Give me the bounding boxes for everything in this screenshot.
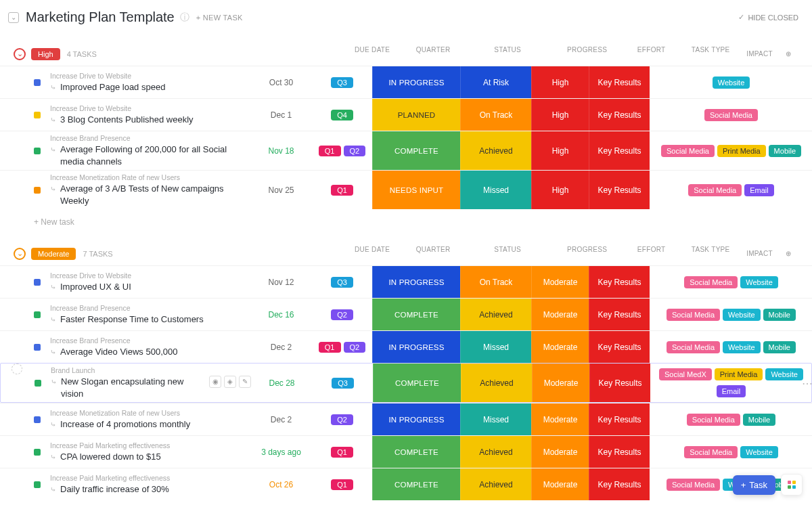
task-row[interactable]: Increase Brand Presence ⤷Faster Response…	[0, 298, 812, 330]
priority-badge[interactable]: High	[31, 48, 60, 60]
status-cell[interactable]: NEEDS INPUT	[372, 171, 460, 209]
tasktype-cell[interactable]: Key Results	[589, 99, 650, 131]
tasktype-cell[interactable]: Key Results	[589, 364, 650, 402]
group-toggle-button[interactable]: ⌄	[14, 248, 26, 260]
status-square-icon[interactable]	[34, 311, 41, 318]
status-cell[interactable]: IN PROGRESS	[372, 403, 460, 435]
quarter-tag[interactable]: Q1	[331, 447, 353, 458]
quarter-tag[interactable]: Q3	[331, 277, 353, 288]
task-name[interactable]: ⤷Average Following of 200,000 for all So…	[50, 144, 250, 167]
tasktype-cell[interactable]: Key Results	[589, 468, 650, 500]
progress-cell[interactable]: On Track	[460, 266, 531, 298]
quarter-cell[interactable]: Q1	[311, 436, 372, 468]
status-cell[interactable]: IN PROGRESS	[372, 266, 460, 298]
impact-tag[interactable]: Social MedX	[659, 368, 712, 380]
effort-cell[interactable]: Moderate	[531, 403, 589, 435]
task-name[interactable]: ⤷Improved Page load speed	[50, 81, 165, 93]
col-task-type[interactable]: TASK TYPE	[680, 46, 741, 62]
impact-tag[interactable]: Mobile	[769, 145, 801, 157]
impact-cell[interactable]: Social MedXPrint MediaWebsiteEmail	[650, 364, 811, 402]
impact-tag[interactable]: Social Media	[687, 414, 740, 426]
col-status[interactable]: STATUS	[464, 246, 551, 261]
progress-cell[interactable]: Achieved	[460, 436, 531, 468]
quarter-tag[interactable]: Q2	[331, 309, 353, 320]
impact-tag[interactable]: Social Media	[661, 145, 715, 157]
status-square-icon[interactable]	[34, 79, 41, 86]
status-square-icon[interactable]	[34, 279, 41, 286]
effort-cell[interactable]: Moderate	[531, 436, 589, 468]
col-due-date[interactable]: DUE DATE	[342, 246, 403, 261]
col-effort[interactable]: EFFORT	[623, 246, 680, 261]
new-task-row-button[interactable]: + New task	[0, 500, 812, 505]
progress-cell[interactable]: Missed	[460, 403, 531, 435]
impact-cell[interactable]: Social MediaWebsiteMobile	[650, 299, 812, 330]
col-quarter[interactable]: QUARTER	[403, 246, 464, 261]
impact-cell[interactable]: Social Media	[650, 99, 812, 131]
progress-cell[interactable]: Achieved	[460, 468, 531, 500]
impact-tag[interactable]: Social Media	[704, 109, 758, 121]
due-date-cell[interactable]: Dec 2	[250, 403, 311, 435]
hide-closed-button[interactable]: HIDE CLOSED	[738, 13, 798, 22]
quarter-tag[interactable]: Q2	[331, 414, 353, 425]
quarter-tag[interactable]: Q4	[331, 110, 353, 120]
impact-tag[interactable]: Mobile	[743, 414, 775, 426]
effort-cell[interactable]: Moderate	[531, 331, 589, 363]
impact-tag[interactable]: Social Media	[667, 309, 720, 321]
quarter-cell[interactable]: Q1	[311, 468, 372, 500]
quarter-tag[interactable]: Q3	[332, 378, 354, 389]
tasktype-cell[interactable]: Key Results	[589, 266, 650, 298]
quarter-tag[interactable]: Q1	[319, 146, 341, 156]
impact-tag[interactable]: Website	[723, 341, 761, 353]
tasktype-cell[interactable]: Key Results	[589, 131, 650, 170]
status-square-icon[interactable]	[34, 416, 41, 423]
due-date-cell[interactable]: Dec 28	[251, 364, 312, 402]
impact-cell[interactable]: Social MediaEmail	[650, 171, 812, 209]
task-row[interactable]: Increase Drive to Website ⤷Improved UX &…	[0, 265, 812, 298]
progress-cell[interactable]: At Risk	[460, 66, 531, 98]
priority-badge[interactable]: Moderate	[31, 248, 76, 260]
col-due-date[interactable]: DUE DATE	[342, 46, 403, 62]
apps-button[interactable]	[781, 474, 803, 496]
impact-tag[interactable]: Website	[740, 446, 778, 458]
tasktype-cell[interactable]: Key Results	[589, 331, 650, 363]
status-cell[interactable]: IN PROGRESS	[372, 66, 460, 98]
new-task-header-button[interactable]: + NEW TASK	[196, 14, 243, 22]
new-task-fab-button[interactable]: + Task	[733, 475, 775, 495]
task-name[interactable]: ⤷Average of 3 A/B Tests of New campaigns…	[50, 183, 250, 206]
task-row[interactable]: Increase Drive to Website ⤷3 Blog Conten…	[0, 98, 812, 131]
col-quarter[interactable]: QUARTER	[403, 46, 464, 62]
task-row[interactable]: Increase Paid Marketing effectiveness ⤷D…	[0, 468, 812, 500]
task-name[interactable]: ⤷Average Video Views 500,000	[50, 346, 177, 358]
task-row[interactable]: Increase Drive to Website ⤷Improved Page…	[0, 66, 812, 98]
task-row[interactable]: Increase Brand Presence ⤷Average Video V…	[0, 330, 812, 363]
col-impact[interactable]: IMPACT	[741, 46, 778, 62]
impact-tag[interactable]: Social Media	[684, 446, 738, 458]
impact-tag[interactable]: Website	[765, 368, 803, 380]
tasktype-cell[interactable]: Key Results	[589, 66, 650, 98]
quarter-cell[interactable]: Q3	[311, 66, 372, 98]
status-square-icon[interactable]	[35, 380, 41, 387]
status-square-icon[interactable]	[34, 112, 41, 118]
task-name[interactable]: ⤷CPA lowered down to $15	[50, 451, 170, 463]
quarter-cell[interactable]: Q4	[311, 99, 372, 131]
edit-icon[interactable]: ✎	[239, 376, 251, 388]
impact-cell[interactable]: Social MediaWebsite	[650, 436, 812, 468]
tag-icon[interactable]: ◈	[224, 376, 236, 388]
impact-cell[interactable]: Social MediaWebsite	[650, 266, 812, 298]
new-task-row-button[interactable]: + New task	[0, 209, 812, 235]
due-date-cell[interactable]: Dec 16	[250, 299, 311, 330]
due-date-cell[interactable]: Dec 1	[250, 99, 311, 131]
due-date-cell[interactable]: Oct 26	[250, 468, 311, 500]
impact-tag[interactable]: Print Media	[715, 368, 763, 380]
quarter-cell[interactable]: Q1	[311, 171, 372, 209]
impact-tag[interactable]: Mobile	[763, 341, 796, 353]
status-cell[interactable]: IN PROGRESS	[372, 331, 460, 363]
due-date-cell[interactable]: Nov 18	[250, 131, 311, 170]
status-square-icon[interactable]	[34, 344, 41, 351]
impact-cell[interactable]: Website	[650, 66, 812, 98]
tasktype-cell[interactable]: Key Results	[589, 436, 650, 468]
effort-cell[interactable]: Moderate	[531, 468, 589, 500]
info-icon[interactable]: ⓘ	[180, 12, 189, 24]
effort-cell[interactable]: Moderate	[532, 364, 589, 402]
row-more-button[interactable]: ⋯	[802, 376, 812, 389]
